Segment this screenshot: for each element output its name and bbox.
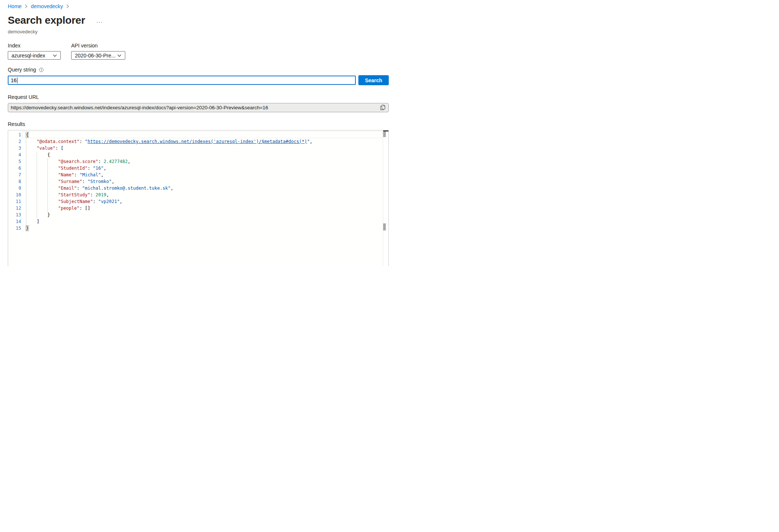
index-dropdown-value: azuresql-index xyxy=(11,53,45,59)
scrollbar-thumb[interactable] xyxy=(383,132,386,137)
editor-code-area: {"@odata.context": "https://demovedecky.… xyxy=(26,130,382,266)
chevron-right-icon xyxy=(66,4,69,9)
chevron-right-icon xyxy=(24,4,28,9)
request-url-box[interactable]: https://demovedecky.search.windows.net/i… xyxy=(8,103,389,112)
line-number: 7 xyxy=(8,172,21,178)
api-version-label: API version xyxy=(71,43,125,49)
code-line: ] xyxy=(26,218,312,225)
info-icon[interactable] xyxy=(39,67,44,72)
code-line: "@odata.context": "https://demovedecky.s… xyxy=(26,138,312,145)
query-string-value: 16 xyxy=(11,77,17,83)
line-number: 13 xyxy=(8,212,21,218)
copy-icon xyxy=(380,104,386,111)
code-line: "@search.score": 2.4277482, xyxy=(26,158,312,165)
line-number: 4 xyxy=(8,152,21,158)
copy-button[interactable] xyxy=(380,104,386,111)
api-version-dropdown-value: 2020-06-30-Pre... xyxy=(75,53,116,59)
request-url-label: Request URL xyxy=(8,94,389,100)
text-cursor xyxy=(17,77,17,83)
search-button[interactable]: Search xyxy=(358,75,389,85)
line-number: 11 xyxy=(8,198,21,205)
scrollbar-thumb[interactable] xyxy=(383,223,386,230)
query-string-label: Query string xyxy=(8,67,36,73)
code-line: "people": [] xyxy=(26,205,312,212)
line-number: 2 xyxy=(8,138,21,145)
line-number: 3 xyxy=(8,145,21,152)
api-version-dropdown[interactable]: 2020-06-30-Pre... xyxy=(71,51,125,60)
code-line: "Email": "michal.stromko@.student.tuke.s… xyxy=(26,185,312,192)
line-number: 15 xyxy=(8,225,21,232)
breadcrumb: Home demovedecky xyxy=(8,3,389,9)
index-dropdown[interactable]: azuresql-index xyxy=(8,51,61,60)
breadcrumb-home-link[interactable]: Home xyxy=(8,3,21,9)
request-url-value: https://demovedecky.search.windows.net/i… xyxy=(11,105,378,110)
line-number: 8 xyxy=(8,178,21,185)
line-number: 6 xyxy=(8,165,21,172)
code-line: "SubjectName": "vp2021", xyxy=(26,198,312,205)
chevron-down-icon xyxy=(117,53,122,59)
results-label: Results xyxy=(8,121,389,127)
editor-gutter: 123456789101112131415 xyxy=(8,132,21,232)
results-json-editor[interactable]: 123456789101112131415 {"@odata.context":… xyxy=(8,130,389,266)
code-line: "Name": "Michal", xyxy=(26,172,312,178)
page-subtitle: demovedecky xyxy=(8,29,389,34)
line-number: 14 xyxy=(8,218,21,225)
line-number: 5 xyxy=(8,158,21,165)
editor-scrollbar[interactable] xyxy=(383,130,388,266)
page-title: Search explorer xyxy=(8,15,85,26)
code-line: { xyxy=(26,132,312,138)
code-line: } xyxy=(26,212,312,218)
editor-code-lines: {"@odata.context": "https://demovedecky.… xyxy=(26,132,312,232)
line-number: 12 xyxy=(8,205,21,212)
code-line: { xyxy=(26,152,312,158)
code-line: } xyxy=(26,225,312,232)
search-explorer-page: Home demovedecky Search explorer ··· dem… xyxy=(8,0,389,266)
line-number: 10 xyxy=(8,192,21,198)
breadcrumb-demovedecky-link[interactable]: demovedecky xyxy=(31,3,63,9)
chevron-down-icon xyxy=(53,53,57,59)
line-number: 1 xyxy=(8,132,21,138)
code-line: "StartStudy": 2019, xyxy=(26,192,312,198)
index-label: Index xyxy=(8,43,61,49)
code-line: "Surname": "Stromko", xyxy=(26,178,312,185)
query-string-input[interactable]: 16 xyxy=(8,76,356,85)
line-number: 9 xyxy=(8,185,21,192)
more-menu-button[interactable]: ··· xyxy=(96,17,103,24)
code-line: "StudentId": "16", xyxy=(26,165,312,172)
code-line: "value": [ xyxy=(26,145,312,152)
